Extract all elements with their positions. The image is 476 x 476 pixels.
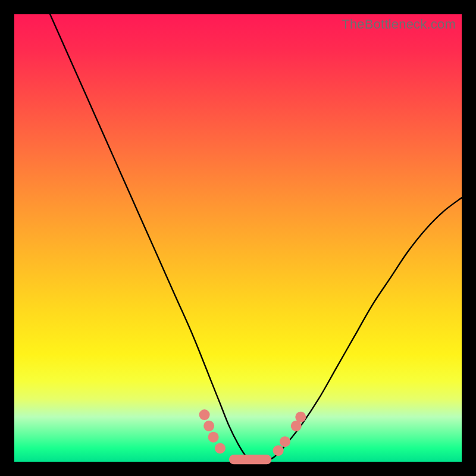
bottleneck-curve (50, 14, 462, 462)
chart-svg (14, 14, 462, 462)
marker-dot (273, 445, 284, 456)
chart-frame: TheBottleneck.com (0, 0, 476, 476)
marker-dot (199, 409, 210, 420)
marker-dot (208, 432, 219, 443)
marker-pill (229, 455, 271, 464)
marker-group (199, 409, 306, 464)
marker-dot (280, 436, 290, 447)
marker-dot (215, 443, 226, 453)
plot-area: TheBottleneck.com (14, 14, 462, 462)
marker-dot (203, 421, 214, 431)
marker-dot (295, 412, 306, 422)
